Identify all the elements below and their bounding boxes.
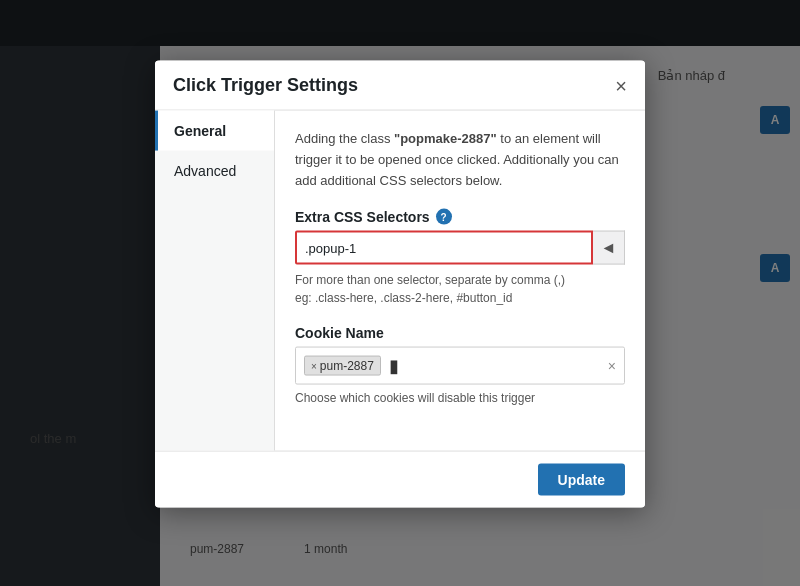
content-description: Adding the class "popmake-2887" to an el… [295, 129, 625, 191]
modal-body: General Advanced Adding the class "popma… [155, 111, 645, 451]
cookie-tag: × pum-2887 [304, 356, 381, 376]
modal-title: Click Trigger Settings [173, 75, 358, 96]
css-selector-input-row: ◄ [295, 231, 625, 265]
cookie-name-label: Cookie Name [295, 325, 625, 341]
cookie-tag-remove[interactable]: × [311, 360, 317, 371]
help-icon[interactable]: ? [436, 209, 452, 225]
css-input-arrow-button[interactable]: ◄ [593, 231, 625, 265]
modal-content-area: Adding the class "popmake-2887" to an el… [275, 111, 645, 451]
extra-css-label: Extra CSS Selectors ? [295, 209, 625, 225]
tab-advanced[interactable]: Advanced [155, 151, 274, 191]
update-button[interactable]: Update [538, 464, 625, 496]
css-selector-input[interactable] [295, 231, 593, 265]
click-trigger-modal: Click Trigger Settings × General Advance… [155, 61, 645, 508]
cursor-indicator: ▮ [389, 355, 399, 377]
css-selector-hint: For more than one selector, separate by … [295, 271, 625, 307]
cookie-hint: Choose which cookies will disable this t… [295, 391, 625, 405]
modal-footer: Update [155, 451, 645, 508]
modal-tabs-sidebar: General Advanced [155, 111, 275, 451]
modal-close-button[interactable]: × [615, 75, 627, 95]
tab-general[interactable]: General [155, 111, 274, 151]
cookie-multiselect[interactable]: × pum-2887 ▮ × [295, 347, 625, 385]
multiselect-clear-button[interactable]: × [608, 358, 616, 374]
modal-header: Click Trigger Settings × [155, 61, 645, 111]
cookie-name-field: × pum-2887 ▮ × Choose which cookies will… [295, 347, 625, 405]
